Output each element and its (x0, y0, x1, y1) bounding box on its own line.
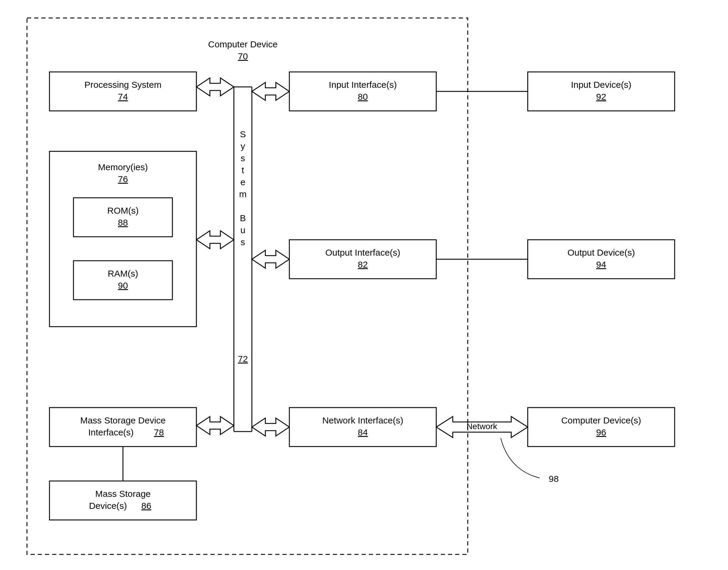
computer-device-box: Computer Device(s) 96 (528, 407, 675, 447)
svg-text:e: e (240, 177, 245, 187)
network-num: 98 (549, 474, 559, 484)
svg-text:m: m (239, 189, 247, 199)
rom-box: ROM(s) 88 (73, 198, 172, 237)
mass-label2: Device(s) (89, 501, 127, 511)
ram-num: 90 (118, 281, 128, 290)
output-device-box: Output Device(s) 94 (528, 240, 675, 279)
svg-text:y: y (241, 141, 245, 151)
outif-label: Output Interface(s) (325, 248, 400, 257)
arrow-bus-outif (252, 250, 289, 268)
cpudev-label: Computer Device(s) (561, 415, 642, 425)
svg-text:S: S (240, 129, 246, 139)
cpudev-num: 96 (596, 428, 606, 437)
netif-label: Network Interface(s) (322, 415, 403, 425)
title-num: 70 (238, 51, 248, 61)
output-interface-box: Output Interface(s) 82 (289, 240, 436, 279)
system-bus: S y s t e m B u s 72 (234, 87, 252, 432)
arrow-proc-bus (196, 78, 234, 96)
processing-system-label: Processing System (84, 80, 162, 90)
rom-label: ROM(s) (107, 206, 139, 216)
netif-num: 84 (358, 428, 368, 437)
inif-num: 80 (358, 92, 368, 101)
indev-num: 92 (596, 92, 606, 101)
svg-text:B: B (240, 213, 246, 223)
processing-system-num: 74 (118, 92, 128, 101)
title-label: Computer Device (208, 39, 278, 49)
ram-label: RAM(s) (108, 269, 138, 278)
memory-num: 76 (118, 174, 128, 184)
svg-text:u: u (240, 225, 245, 235)
mass-if-label: Mass Storage Device (80, 415, 166, 425)
arrow-netif-cpudev: Network (436, 416, 528, 438)
outdev-label: Output Device(s) (567, 248, 635, 257)
processing-system-box: Processing System 74 (49, 72, 196, 111)
arrow-bus-inif (252, 82, 289, 100)
input-interface-box: Input Interface(s) 80 (289, 72, 436, 111)
memory-label: Memory(ies) (98, 162, 148, 172)
svg-text:s: s (241, 237, 245, 247)
inif-label: Input Interface(s) (329, 80, 397, 90)
svg-text:s: s (241, 153, 245, 163)
outdev-num: 94 (596, 260, 606, 269)
outif-num: 82 (358, 260, 368, 269)
network-label: Network (467, 421, 498, 431)
mass-if-num: 78 (154, 428, 164, 437)
diagram-root: Computer Device 70 Processing System 74 … (0, 0, 728, 570)
network-interface-box: Network Interface(s) 84 (289, 407, 436, 447)
mass-if-label2: Interface(s) (88, 428, 134, 437)
bus-num: 72 (238, 354, 248, 364)
arrow-mem-bus (196, 231, 234, 249)
svg-text:t: t (242, 165, 244, 175)
rom-num: 88 (118, 218, 128, 228)
indev-label: Input Device(s) (571, 80, 631, 90)
arrow-massif-bus (196, 416, 234, 435)
ram-box: RAM(s) 90 (73, 261, 172, 300)
input-device-box: Input Device(s) 92 (528, 72, 675, 111)
arrow-bus-netif (252, 418, 289, 436)
mass-num: 86 (141, 501, 151, 511)
mass-label: Mass Storage (95, 489, 151, 499)
memory-box: Memory(ies) 76 ROM(s) 88 RAM(s) 90 (49, 151, 196, 327)
